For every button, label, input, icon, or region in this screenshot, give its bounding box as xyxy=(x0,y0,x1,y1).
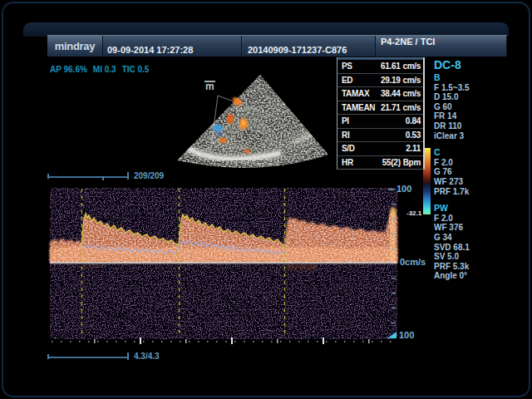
param-b-framerate: FR 14 xyxy=(434,111,513,121)
spectral-doppler-display xyxy=(50,188,397,344)
param-b-depth: D 15.0 xyxy=(434,92,513,102)
cine-tick xyxy=(47,174,49,179)
sidebar-params: DC-8 B F 1.5~3.5 D 15.0 G 60 FR 14 DR 11… xyxy=(434,58,513,288)
mi-value: MI 0.3 xyxy=(93,65,116,74)
logo-segment: mindray xyxy=(47,36,103,57)
measurement-value: 21.71 xyxy=(381,103,401,112)
exam-id-text: 20140909-171237-C876 xyxy=(248,45,347,55)
measurement-row-sd: S/D 2.11 xyxy=(337,141,423,155)
bmode-sector-image xyxy=(174,75,328,168)
param-c-wallfilter: WF 273 xyxy=(434,177,513,187)
orientation-brand-mark: m xyxy=(204,81,215,91)
measurement-value: 55(2) xyxy=(382,158,401,167)
section-pw: PW F 2.0 WF 376 G 34 SVD 68.1 SV 5.0 PRF… xyxy=(434,204,513,281)
param-pw-angle: Angle 0° xyxy=(434,271,513,281)
param-pw-prf: PRF 5.3k xyxy=(434,262,513,272)
measurement-value: 61.61 xyxy=(381,62,401,71)
velocity-axis-top-label: 100 xyxy=(397,184,411,194)
measurement-unit: cm/s xyxy=(402,103,421,112)
cine-tick xyxy=(102,176,104,180)
param-pw-frequency: F 2.0 xyxy=(434,214,513,224)
spectral-background-noise xyxy=(50,188,397,339)
mindray-logo: mindray xyxy=(55,40,95,52)
probe-segment[interactable]: P4-2NE / TCI xyxy=(376,36,507,57)
section-c-header: C xyxy=(434,148,513,158)
cine-progress-bar-bottom[interactable] xyxy=(48,357,129,358)
param-pw-sv: SV 5.0 xyxy=(434,252,513,262)
measurement-label: HR xyxy=(342,158,353,167)
measurement-unit: cm/s xyxy=(402,89,421,98)
exam-id-segment: 20140909-171237-C876 xyxy=(242,36,376,57)
measurement-label: S/D xyxy=(342,144,355,153)
measurement-row-ed: ED 29.19cm/s xyxy=(337,73,423,87)
datetime-segment: 09-09-2014 17:27:28 xyxy=(103,36,242,57)
measurement-row-tamean: TAMEAN 21.71cm/s xyxy=(337,101,423,115)
cine-tick xyxy=(47,354,49,359)
probe-label: P4-2NE / TCI xyxy=(381,37,435,47)
param-c-frequency: F 2.0 xyxy=(434,158,513,168)
measurement-value: 29.19 xyxy=(381,76,401,85)
section-c: C F 2.0 G 76 WF 273 PRF 1.7k xyxy=(434,148,513,196)
measurement-label: TAMAX xyxy=(342,89,369,98)
measurement-row-tamax: TAMAX 38.44cm/s xyxy=(337,86,423,101)
measurement-row-hr: HR 55(2)Bpm xyxy=(337,155,423,170)
param-pw-svd: SVD 68.1 xyxy=(434,243,513,253)
measurement-label: RI xyxy=(342,131,349,140)
measurement-label: PS xyxy=(342,62,352,71)
section-b-header: B xyxy=(434,73,513,83)
measurement-value: 0.84 xyxy=(406,116,421,126)
measurement-row-ps: PS 61.61cm/s xyxy=(337,60,423,73)
measurement-value: 0.53 xyxy=(406,131,421,140)
ap-value: AP 96.6% xyxy=(50,65,87,74)
section-b: B F 1.5~3.5 D 15.0 G 60 FR 14 DR 110 iCl… xyxy=(434,73,513,140)
velocity-axis-bottom-label: 100 xyxy=(399,330,414,340)
cine-tick xyxy=(127,352,129,360)
colorbar-min-label: -32.1 xyxy=(406,209,421,217)
measurement-label: PI xyxy=(342,116,349,126)
measurement-value: 38.44 xyxy=(381,89,401,98)
cine-time-counter: 4.3/4.3 xyxy=(134,352,160,361)
param-c-gain: G 76 xyxy=(434,167,513,177)
param-b-gain: G 60 xyxy=(434,102,513,112)
cine-frame-counter: 209/209 xyxy=(134,171,164,180)
param-b-iclear: iClear 3 xyxy=(434,131,513,141)
cine-tick xyxy=(127,172,129,180)
measurement-label: ED xyxy=(342,76,352,85)
baseline xyxy=(50,262,397,264)
measurement-row-ri: RI 0.53 xyxy=(337,128,423,142)
measurement-unit: cm/s xyxy=(402,76,421,85)
top-bar: mindray 09-09-2014 17:27:28 20140909-171… xyxy=(47,35,507,57)
measurement-row-pi: PI 0.84 xyxy=(337,114,423,128)
velocity-axis-zero-label: 0cm/s xyxy=(400,257,426,267)
param-pw-wallfilter: WF 376 xyxy=(434,223,513,233)
measurement-unit: cm/s xyxy=(402,62,421,71)
system-model-label: DC-8 xyxy=(434,58,513,71)
acoustic-status-line: AP 96.6%MI 0.3TIC 0.5 xyxy=(50,65,155,74)
section-pw-header: PW xyxy=(434,204,513,214)
measurements-panel: PS 61.61cm/s ED 29.19cm/s TAMAX 38.44cm/… xyxy=(337,57,425,170)
measurement-value: 2.11 xyxy=(406,144,421,153)
tic-value: TIC 0.5 xyxy=(122,65,150,74)
param-c-prf: PRF 1.7k xyxy=(434,187,513,197)
measurement-label: TAMEAN xyxy=(342,103,375,112)
param-pw-gain: G 34 xyxy=(434,233,513,243)
param-b-frequency: F 1.5~3.5 xyxy=(434,83,513,93)
param-b-dynamicrange: DR 110 xyxy=(434,121,513,131)
ultrasound-screen: mindray 09-09-2014 17:27:28 20140909-171… xyxy=(0,0,532,399)
measurement-unit: Bpm xyxy=(403,158,421,167)
datetime-text: 09-09-2014 17:27:28 xyxy=(107,45,193,55)
cine-progress-bar-top[interactable] xyxy=(48,176,129,178)
